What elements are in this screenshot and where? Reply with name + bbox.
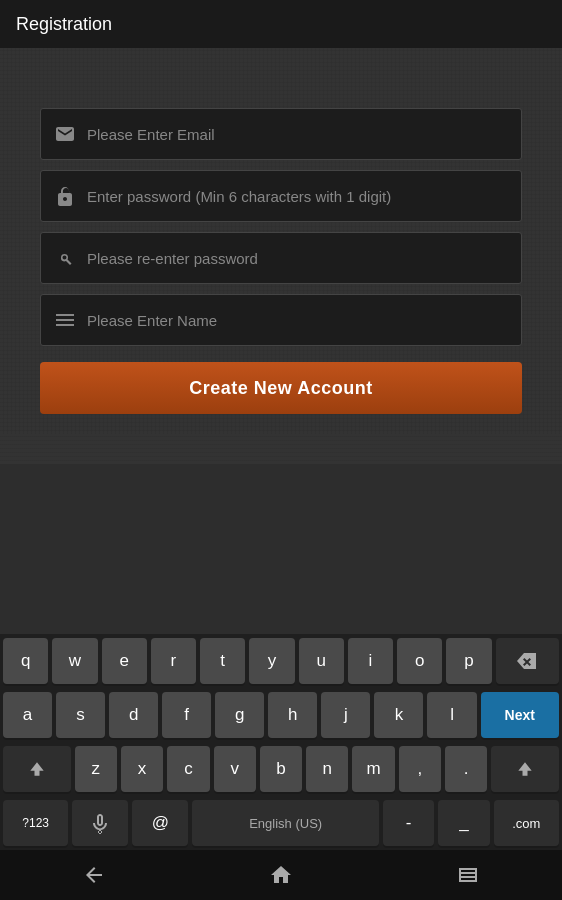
lock-icon (53, 184, 77, 208)
key-t[interactable]: t (200, 638, 245, 684)
person-icon (53, 308, 77, 332)
key-p[interactable]: p (446, 638, 491, 684)
keyboard: q w e r t y u i o p a s d f g h j k l Ne… (0, 634, 562, 850)
key-j[interactable]: j (321, 692, 370, 738)
key-r[interactable]: r (151, 638, 196, 684)
keyboard-row-3: z x c v b n m , . (0, 742, 562, 796)
nav-back-button[interactable] (82, 863, 106, 887)
key-f[interactable]: f (162, 692, 211, 738)
nav-bar (0, 850, 562, 900)
key-e[interactable]: e (102, 638, 147, 684)
key-shift-right[interactable] (491, 746, 559, 792)
keyboard-row-4: ?123 @ English (US) - _ .com (0, 796, 562, 850)
key-z[interactable]: z (75, 746, 117, 792)
page-title: Registration (16, 14, 112, 35)
key-d[interactable]: d (109, 692, 158, 738)
email-input-row[interactable] (40, 108, 522, 160)
email-icon (53, 122, 77, 146)
key-period[interactable]: . (445, 746, 487, 792)
key-at[interactable]: @ (132, 800, 188, 846)
key-l[interactable]: l (427, 692, 476, 738)
keyboard-row-1: q w e r t y u i o p (0, 634, 562, 688)
password-input-row[interactable] (40, 170, 522, 222)
key-g[interactable]: g (215, 692, 264, 738)
key-comma[interactable]: , (399, 746, 441, 792)
create-account-button[interactable]: Create New Account (40, 362, 522, 414)
key-i[interactable]: i (348, 638, 393, 684)
key-w[interactable]: w (52, 638, 97, 684)
key-num[interactable]: ?123 (3, 800, 68, 846)
key-backspace[interactable] (496, 638, 559, 684)
keyboard-row-2: a s d f g h j k l Next (0, 688, 562, 742)
nav-recent-button[interactable] (456, 863, 480, 887)
key-m[interactable]: m (352, 746, 394, 792)
key-mic[interactable] (72, 800, 128, 846)
key-v[interactable]: v (214, 746, 256, 792)
name-field[interactable] (87, 312, 509, 329)
nav-home-button[interactable] (269, 863, 293, 887)
next-button[interactable]: Next (481, 692, 559, 738)
key-shift-left[interactable] (3, 746, 71, 792)
key-h[interactable]: h (268, 692, 317, 738)
key-dotcom[interactable]: .com (494, 800, 559, 846)
spacer (0, 434, 562, 464)
reenter-password-input-row[interactable] (40, 232, 522, 284)
key-y[interactable]: y (249, 638, 294, 684)
main-content: Create New Account (0, 48, 562, 434)
reenter-password-field[interactable] (87, 250, 509, 267)
name-input-row[interactable] (40, 294, 522, 346)
key-x[interactable]: x (121, 746, 163, 792)
key-underscore[interactable]: _ (438, 800, 489, 846)
key-n[interactable]: n (306, 746, 348, 792)
key-c[interactable]: c (167, 746, 209, 792)
key-space[interactable]: English (US) (192, 800, 379, 846)
key-a[interactable]: a (3, 692, 52, 738)
key-s[interactable]: s (56, 692, 105, 738)
key-k[interactable]: k (374, 692, 423, 738)
key-o[interactable]: o (397, 638, 442, 684)
password-field[interactable] (87, 188, 509, 205)
key-b[interactable]: b (260, 746, 302, 792)
key-q[interactable]: q (3, 638, 48, 684)
lock-key-icon (53, 246, 77, 270)
top-bar: Registration (0, 0, 562, 48)
email-field[interactable] (87, 126, 509, 143)
key-dash[interactable]: - (383, 800, 434, 846)
key-u[interactable]: u (299, 638, 344, 684)
